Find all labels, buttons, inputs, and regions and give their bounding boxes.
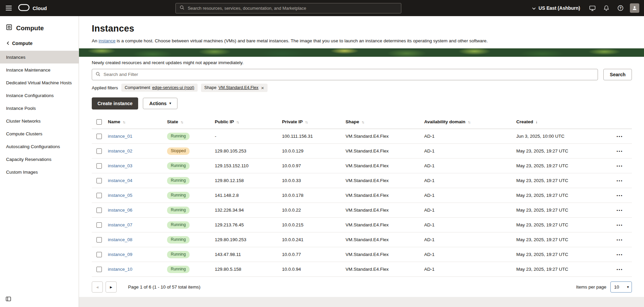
oracle-logo-icon	[18, 4, 30, 12]
sort-icon[interactable]: ↑↓	[236, 120, 239, 124]
search-icon	[95, 72, 100, 78]
state-badge: Running	[167, 207, 190, 214]
sidebar-item-instance-configurations[interactable]: Instance Configurations	[0, 89, 79, 102]
instance-name-link[interactable]: instance_10	[108, 267, 132, 272]
region-selector[interactable]: US East (Ashburn)	[530, 5, 584, 11]
row-checkbox[interactable]	[96, 163, 102, 169]
column-header-private-ip[interactable]: Private IP↑↓	[282, 119, 308, 124]
global-search-input[interactable]	[188, 6, 397, 11]
brand-home-link[interactable]: Cloud	[17, 4, 47, 12]
help-icon[interactable]: ?	[614, 2, 627, 14]
row-actions-menu-button[interactable]: •••	[616, 134, 623, 138]
sort-icon[interactable]: ↑↓	[180, 120, 183, 124]
column-header-name[interactable]: Name↑↓	[108, 119, 125, 124]
row-actions-menu-button[interactable]: •••	[616, 253, 623, 257]
search-button[interactable]: Search	[603, 69, 632, 80]
column-label: Created	[516, 119, 533, 124]
row-checkbox[interactable]	[96, 267, 102, 272]
actions-dropdown-button[interactable]: Actions ▾	[143, 98, 177, 109]
instance-name-link[interactable]: instance_07	[108, 222, 132, 227]
footer-strip	[79, 297, 644, 307]
row-actions-menu-button[interactable]: •••	[616, 193, 623, 198]
search-and-filter-field[interactable]	[92, 69, 598, 80]
instance-name-link[interactable]: instance_08	[108, 237, 132, 242]
instance-name-link[interactable]: instance_06	[108, 208, 132, 213]
hamburger-menu-icon[interactable]	[3, 2, 15, 14]
row-checkbox[interactable]	[96, 178, 102, 183]
row-actions-menu-button[interactable]: •••	[616, 267, 623, 271]
column-header-public-ip[interactable]: Public IP↑↓	[215, 119, 239, 124]
row-actions-menu-button[interactable]: •••	[616, 179, 623, 183]
sort-icon[interactable]: ↑↓	[362, 120, 364, 124]
sidebar-item-capacity-reservations[interactable]: Capacity Reservations	[0, 153, 79, 166]
instance-name-link[interactable]: instance_09	[108, 252, 132, 257]
table-row: instance_02 Stopped 129.80.105.253 10.0.…	[92, 144, 632, 159]
instance-name-link[interactable]: instance_01	[108, 134, 132, 139]
sort-icon[interactable]: ↑↓	[305, 120, 308, 124]
sidebar-item-instance-maintenance[interactable]: Instance Maintenance	[0, 63, 79, 76]
create-instance-button[interactable]: Create instance	[92, 97, 138, 109]
public-ip-cell: 129.80.190.253	[215, 232, 282, 247]
public-ip-cell: 141.148.2.8	[215, 188, 282, 203]
instance-name-link[interactable]: instance_04	[108, 178, 132, 183]
column-header-created[interactable]: Created↓	[516, 119, 537, 124]
row-actions-menu-button[interactable]: •••	[616, 238, 623, 242]
sidebar-item-cluster-networks[interactable]: Cluster Networks	[0, 115, 79, 127]
instance-name-link[interactable]: instance_05	[108, 193, 132, 198]
column-header-availability-domain[interactable]: Availability domain↑↓	[424, 119, 470, 124]
table-row: instance_09 Running 143.47.98.11 10.0.0.…	[92, 247, 632, 262]
table-row: instance_06 Running 132.226.34.94 10.0.0…	[92, 203, 632, 218]
sort-icon[interactable]: ↑↓	[468, 120, 470, 124]
column-header-shape[interactable]: Shape↑↓	[346, 119, 364, 124]
select-all-checkbox[interactable]	[96, 119, 102, 125]
availability-domain-cell: AD-1	[424, 159, 516, 173]
row-actions-menu-button[interactable]: •••	[616, 208, 623, 212]
filter-value-link[interactable]: edge-services-ui (root)	[152, 85, 194, 90]
row-checkbox[interactable]	[96, 237, 102, 243]
row-actions-menu-button[interactable]: •••	[616, 164, 623, 168]
instance-doc-link[interactable]: instance	[98, 38, 115, 43]
availability-domain-cell: AD-1	[424, 173, 516, 188]
availability-domain-cell: AD-1	[424, 247, 516, 262]
sidebar-item-autoscaling-configurations[interactable]: Autoscaling Configurations	[0, 140, 79, 153]
applied-filters-row: Applied filters Compartment edge-service…	[92, 84, 632, 92]
sort-descending-icon[interactable]: ↓	[535, 120, 537, 124]
sidebar-item-dedicated-vm-hosts[interactable]: Dedicated Virtual Machine Hosts	[0, 76, 79, 89]
availability-domain-cell: AD-1	[424, 203, 516, 218]
column-label: Shape	[346, 119, 359, 124]
row-actions-menu-button[interactable]: •••	[616, 223, 623, 227]
sidebar-item-compute-clusters[interactable]: Compute Clusters	[0, 127, 79, 140]
row-checkbox[interactable]	[96, 222, 102, 228]
row-checkbox[interactable]	[96, 252, 102, 257]
sidebar-item-custom-images[interactable]: Custom Images	[0, 166, 79, 178]
remove-filter-icon[interactable]: ×	[261, 85, 264, 90]
search-and-filter-input[interactable]	[104, 72, 594, 77]
next-page-button[interactable]: ▶	[106, 281, 117, 293]
row-checkbox[interactable]	[96, 134, 102, 139]
instance-name-link[interactable]: instance_03	[108, 163, 132, 168]
cloud-shell-icon[interactable]	[586, 2, 598, 14]
availability-domain-cell: AD-1	[424, 188, 516, 203]
items-per-page-label: Items per page	[576, 284, 606, 290]
notifications-bell-icon[interactable]	[600, 2, 612, 14]
row-checkbox[interactable]	[96, 193, 102, 198]
instance-name-link[interactable]: instance_02	[108, 148, 132, 154]
sidebar-back-link[interactable]: Compute	[0, 38, 79, 51]
collapse-sidebar-button[interactable]	[5, 296, 11, 303]
global-search[interactable]	[175, 3, 401, 13]
row-checkbox[interactable]	[96, 148, 102, 154]
topbar-left: Cloud	[3, 2, 47, 14]
sidebar-item-instance-pools[interactable]: Instance Pools	[0, 102, 79, 115]
column-header-state[interactable]: State↑↓	[167, 119, 183, 124]
applied-filters-label: Applied filters	[92, 85, 118, 90]
row-checkbox[interactable]	[96, 208, 102, 213]
items-per-page-select[interactable]: 10 ▾	[610, 281, 632, 293]
previous-page-button[interactable]: ◀	[92, 281, 103, 293]
sidebar-item-instances[interactable]: Instances	[0, 51, 79, 63]
user-avatar[interactable]	[630, 3, 639, 13]
filter-value-link[interactable]: VM.Standard.E4.Flex	[218, 85, 258, 90]
private-ip-cell: 10.0.0.33	[282, 173, 346, 188]
created-cell: May 23, 2025, 19:27 UTC	[516, 188, 610, 203]
row-actions-menu-button[interactable]: •••	[616, 149, 623, 153]
sort-icon[interactable]: ↑↓	[123, 120, 125, 124]
